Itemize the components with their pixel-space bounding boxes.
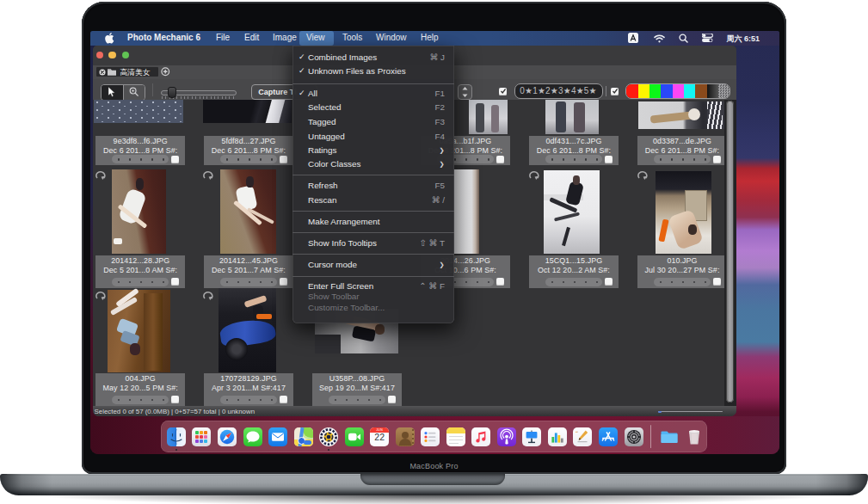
svg-text:“: “	[576, 430, 578, 437]
